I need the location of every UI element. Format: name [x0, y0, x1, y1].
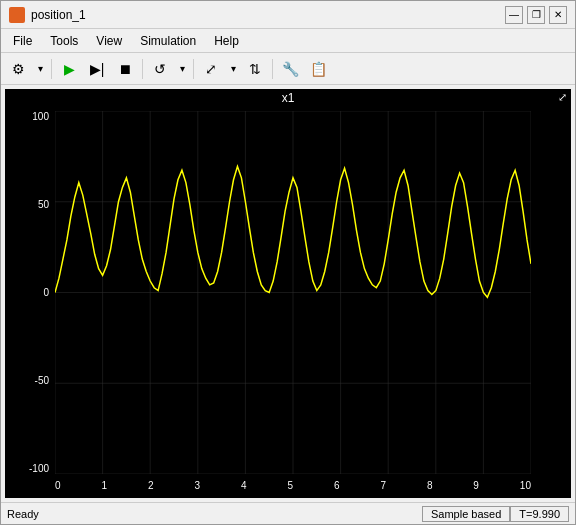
menu-view[interactable]: View	[88, 32, 130, 50]
x-label-10: 10	[520, 480, 531, 491]
status-right: Sample based T=9.990	[422, 506, 569, 522]
autoscale-button[interactable]: ⤢	[198, 56, 224, 82]
y-label-0: 0	[43, 287, 53, 298]
title-bar-left: position_1	[9, 7, 86, 23]
x-axis: 0 1 2 3 4 5 6 7 8 9 10	[55, 476, 531, 494]
x-label-9: 9	[473, 480, 479, 491]
menu-bar: File Tools View Simulation Help	[1, 29, 575, 53]
plot-expand-button[interactable]: ⤢	[558, 91, 567, 104]
toolbar-separator-1	[51, 59, 52, 79]
status-sample-based: Sample based	[422, 506, 510, 522]
y-label-100: 100	[32, 111, 53, 122]
status-ready: Ready	[7, 508, 39, 520]
x-label-3: 3	[194, 480, 200, 491]
data-button[interactable]: 📋	[305, 56, 331, 82]
x-label-1: 1	[101, 480, 107, 491]
x-label-2: 2	[148, 480, 154, 491]
plot-title-bar: x1 ⤢	[5, 89, 571, 107]
settings-dropdown[interactable]: ▾	[33, 56, 47, 82]
menu-simulation[interactable]: Simulation	[132, 32, 204, 50]
zoom-button[interactable]: ↺	[147, 56, 173, 82]
close-button[interactable]: ✕	[549, 6, 567, 24]
x-label-5: 5	[287, 480, 293, 491]
toolbar-separator-2	[142, 59, 143, 79]
main-window: position_1 — ❐ ✕ File Tools View Simulat…	[0, 0, 576, 525]
toolbar-separator-4	[272, 59, 273, 79]
x-label-4: 4	[241, 480, 247, 491]
menu-file[interactable]: File	[5, 32, 40, 50]
x-label-8: 8	[427, 480, 433, 491]
run-button[interactable]: ▶	[56, 56, 82, 82]
step-button[interactable]: ▶|	[84, 56, 110, 82]
x-label-0: 0	[55, 480, 61, 491]
minimize-button[interactable]: —	[505, 6, 523, 24]
title-bar-controls: — ❐ ✕	[505, 6, 567, 24]
zoom-dropdown[interactable]: ▾	[175, 56, 189, 82]
stop-button[interactable]: ⏹	[112, 56, 138, 82]
window-title: position_1	[31, 8, 86, 22]
x-label-6: 6	[334, 480, 340, 491]
axes-button[interactable]: ⇅	[242, 56, 268, 82]
y-label-neg50: -50	[35, 375, 53, 386]
menu-help[interactable]: Help	[206, 32, 247, 50]
scope-icon	[9, 7, 25, 23]
toolbar: ⚙ ▾ ▶ ▶| ⏹ ↺ ▾ ⤢ ▾ ⇅ 🔧 📋	[1, 53, 575, 85]
title-bar: position_1 — ❐ ✕	[1, 1, 575, 29]
plot-canvas-area: 100 50 0 -50 -100	[5, 107, 571, 498]
param-button[interactable]: 🔧	[277, 56, 303, 82]
status-bar: Ready Sample based T=9.990	[1, 502, 575, 524]
settings-button[interactable]: ⚙	[5, 56, 31, 82]
plot-title-text: x1	[282, 91, 295, 105]
waveform-svg	[55, 111, 531, 474]
x-label-7: 7	[380, 480, 386, 491]
plot-area: x1 ⤢ 100 50 0 -50 -100	[5, 89, 571, 498]
toolbar-separator-3	[193, 59, 194, 79]
menu-tools[interactable]: Tools	[42, 32, 86, 50]
y-label-50: 50	[38, 199, 53, 210]
y-label-neg100: -100	[29, 463, 53, 474]
y-axis: 100 50 0 -50 -100	[9, 111, 53, 474]
restore-button[interactable]: ❐	[527, 6, 545, 24]
autoscale-dropdown[interactable]: ▾	[226, 56, 240, 82]
status-time: T=9.990	[510, 506, 569, 522]
